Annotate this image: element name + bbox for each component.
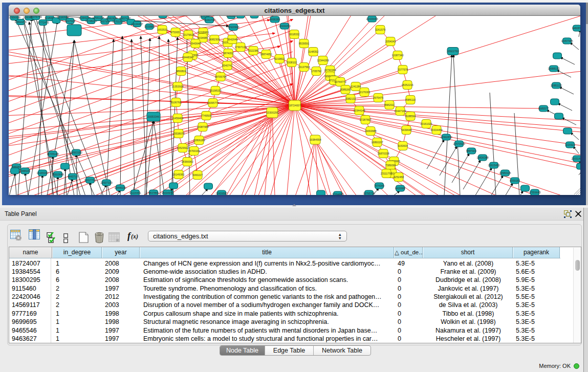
svg-text:4843718: 4843718: [68, 175, 78, 178]
svg-text:3642648: 3642648: [227, 38, 237, 41]
svg-text:20772475: 20772475: [37, 21, 49, 24]
svg-text:18705794: 18705794: [214, 75, 226, 78]
svg-text:2943646: 2943646: [190, 42, 201, 45]
svg-text:15076749: 15076749: [30, 16, 41, 18]
svg-text:4753657: 4753657: [170, 31, 181, 34]
svg-text:5060227: 5060227: [192, 173, 203, 177]
svg-text:13241736: 13241736: [203, 18, 215, 21]
svg-text:23936053: 23936053: [278, 25, 290, 28]
svg-text:8106768: 8106768: [171, 101, 181, 104]
svg-text:18252216: 18252216: [401, 83, 413, 86]
svg-text:15165337: 15165337: [36, 171, 48, 174]
svg-text:17956909: 17956909: [9, 16, 20, 19]
svg-text:8646997: 8646997: [226, 16, 236, 17]
svg-text:20615450: 20615450: [488, 164, 499, 167]
svg-text:20334454: 20334454: [430, 128, 442, 132]
svg-text:19448347: 19448347: [182, 56, 193, 59]
svg-text:5439648: 5439648: [401, 128, 411, 132]
svg-text:10057945: 10057945: [561, 39, 573, 42]
svg-text:23538074: 23538074: [172, 132, 184, 135]
svg-text:22176301: 22176301: [358, 91, 370, 94]
svg-text:1705792: 1705792: [311, 70, 321, 73]
svg-text:8389269: 8389269: [340, 88, 351, 91]
svg-text:8685577: 8685577: [538, 107, 549, 110]
svg-text:3874052: 3874052: [223, 52, 233, 55]
svg-text:8539591: 8539591: [299, 42, 309, 45]
svg-text:(x): (x): [131, 233, 138, 240]
svg-text:18034970: 18034970: [161, 191, 173, 194]
svg-text:9318332: 9318332: [289, 33, 299, 36]
svg-text:9893824: 9893824: [176, 70, 186, 73]
svg-text:19017734: 19017734: [84, 179, 96, 182]
svg-text:22806289: 22806289: [193, 139, 205, 142]
svg-text:19384554: 19384554: [309, 138, 321, 141]
svg-text:2975475: 2975475: [373, 96, 383, 99]
svg-text:3148352: 3148352: [308, 50, 318, 53]
svg-text:3322386: 3322386: [248, 49, 258, 52]
svg-text:20031404: 20031404: [571, 157, 580, 160]
svg-text:21439044: 21439044: [366, 17, 378, 20]
svg-text:19688132: 19688132: [548, 67, 559, 70]
svg-text:13134457: 13134457: [131, 23, 143, 26]
svg-text:11459463: 11459463: [172, 117, 184, 120]
svg-text:23300295: 23300295: [266, 111, 278, 114]
svg-text:18922760: 18922760: [447, 50, 459, 53]
svg-text:20161026: 20161026: [420, 122, 432, 125]
svg-text:9837869: 9837869: [148, 191, 159, 194]
svg-text:22507109: 22507109: [100, 181, 112, 184]
svg-text:17307133: 17307133: [234, 46, 246, 49]
svg-text:22570529: 22570529: [453, 142, 465, 145]
svg-text:17559643: 17559643: [529, 191, 540, 194]
svg-text:18724007: 18724007: [289, 104, 300, 107]
svg-text:23447169: 23447169: [394, 110, 406, 113]
svg-text:13179613: 13179613: [182, 33, 194, 36]
svg-text:5308102: 5308102: [287, 61, 297, 64]
svg-text:3220921: 3220921: [565, 143, 575, 146]
svg-text:4252458: 4252458: [394, 176, 404, 179]
svg-text:6482877: 6482877: [572, 27, 580, 30]
svg-text:18874652: 18874652: [260, 53, 272, 56]
svg-text:7674349: 7674349: [374, 184, 384, 187]
svg-text:22992872: 22992872: [440, 136, 452, 139]
svg-text:20580115: 20580115: [499, 171, 511, 174]
svg-text:8359183: 8359183: [510, 179, 520, 182]
svg-text:21353914: 21353914: [171, 85, 183, 88]
svg-text:16149361: 16149361: [172, 173, 184, 176]
svg-text:14387959: 14387959: [197, 125, 208, 128]
svg-text:16224441: 16224441: [129, 191, 141, 194]
svg-text:10344146: 10344146: [353, 109, 365, 112]
svg-text:20740364: 20740364: [324, 69, 336, 72]
svg-text:22439587: 22439587: [215, 192, 227, 195]
svg-text:16870338: 16870338: [377, 152, 389, 155]
svg-text:19095773: 19095773: [207, 101, 219, 104]
svg-text:1653531: 1653531: [157, 28, 167, 31]
svg-text:9887903: 9887903: [466, 149, 476, 152]
svg-text:10848230: 10848230: [114, 186, 126, 189]
svg-text:11318461: 11318461: [198, 31, 209, 34]
svg-text:19832259: 19832259: [14, 20, 26, 24]
svg-text:19563180: 19563180: [70, 151, 82, 154]
svg-text:6420686: 6420686: [395, 187, 405, 190]
svg-text:3382132: 3382132: [345, 97, 356, 100]
svg-text:17394887: 17394887: [332, 193, 343, 195]
svg-text:20744773: 20744773: [334, 80, 346, 83]
svg-text:6368105: 6368105: [20, 169, 30, 172]
svg-text:16860207: 16860207: [371, 141, 383, 144]
svg-text:9153634: 9153634: [398, 144, 408, 147]
svg-text:9034686: 9034686: [198, 36, 208, 39]
svg-text:13529912: 13529912: [177, 146, 188, 149]
svg-text:6540741: 6540741: [222, 64, 232, 67]
svg-text:3377578: 3377578: [398, 68, 408, 71]
svg-text:15700199: 15700199: [188, 149, 200, 152]
svg-text:23111791: 23111791: [381, 172, 392, 175]
svg-text:9082309: 9082309: [209, 38, 220, 41]
svg-text:7389096: 7389096: [385, 164, 396, 167]
svg-text:2054043: 2054043: [385, 40, 396, 43]
svg-text:9958289: 9958289: [270, 18, 280, 21]
svg-text:13910648: 13910648: [52, 173, 63, 176]
svg-text:19836388: 19836388: [476, 156, 488, 159]
svg-text:3333883: 3333883: [144, 25, 155, 28]
svg-text:12344269: 12344269: [317, 59, 329, 62]
svg-text:3261579: 3261579: [375, 28, 385, 31]
svg-text:16705148: 16705148: [47, 152, 58, 156]
